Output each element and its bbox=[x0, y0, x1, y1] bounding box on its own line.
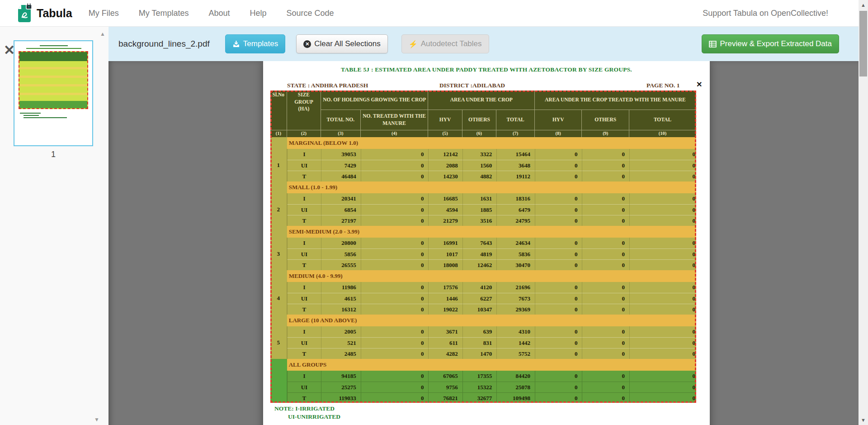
scrollbar-thumb[interactable] bbox=[859, 11, 867, 76]
remove-circle-icon: ✕ bbox=[303, 40, 311, 48]
nav-item-my-templates[interactable]: My Templates bbox=[139, 9, 189, 18]
pdf-table-title: TABLE 5J : ESTIMATED AREA UNDER PADDY TR… bbox=[263, 66, 710, 73]
navbar: Tabula My Files My Templates About Help … bbox=[0, 0, 868, 27]
state-label: STATE : ANDHRA PRADESH bbox=[287, 82, 368, 89]
sidebar-scroll-up-icon[interactable]: ▲ bbox=[100, 31, 105, 37]
thumbnail-note-line2 bbox=[24, 115, 39, 116]
tabula-logo[interactable]: Tabula bbox=[16, 4, 72, 23]
nav-item-help[interactable]: Help bbox=[250, 9, 266, 18]
thumbnail-table-preview bbox=[19, 51, 88, 109]
toolbar: background_lines_2.pdf Templates ✕ Clear… bbox=[108, 27, 859, 61]
thumbnail-note-line3 bbox=[24, 117, 67, 118]
autodetect-label: Autodetect Tables bbox=[421, 39, 482, 48]
nav-item-source-code[interactable]: Source Code bbox=[287, 9, 334, 18]
pdf-page[interactable]: TABLE 5J : ESTIMATED AREA UNDER PADDY TR… bbox=[263, 61, 710, 425]
district-label: DISTRICT :ADILABAD bbox=[439, 82, 505, 89]
support-link[interactable]: Support Tabula on OpenCollective! bbox=[703, 9, 828, 18]
pdf-viewer-area[interactable]: TABLE 5J : ESTIMATED AREA UNDER PADDY TR… bbox=[108, 61, 859, 425]
autodetect-tables-button[interactable]: ⚡ Autodetect Tables bbox=[401, 34, 489, 53]
table-selection-box[interactable] bbox=[270, 91, 696, 403]
save-template-icon bbox=[232, 40, 240, 48]
thumbnail-table-header bbox=[19, 52, 87, 61]
table-list-icon bbox=[709, 40, 717, 48]
thumbnail-table-footer bbox=[19, 101, 87, 108]
preview-export-button[interactable]: Preview & Export Extracted Data bbox=[702, 34, 839, 53]
scrollbar-down-icon[interactable]: ▼ bbox=[859, 417, 868, 423]
flash-icon: ⚡ bbox=[409, 40, 418, 48]
note-line-2: UI-UNIRRIGATED bbox=[288, 413, 340, 420]
brand-name[interactable]: Tabula bbox=[37, 7, 72, 20]
clear-all-selections-button[interactable]: ✕ Clear All Selections bbox=[296, 34, 387, 53]
thumbnail-note-line1 bbox=[20, 113, 41, 114]
page-no-label: PAGE NO. 1 bbox=[646, 82, 680, 89]
nav-item-my-files[interactable]: My Files bbox=[89, 9, 119, 18]
pdf-filename: background_lines_2.pdf bbox=[118, 39, 210, 49]
thumbnail-page-number: 1 bbox=[14, 150, 93, 159]
export-label: Preview & Export Extracted Data bbox=[720, 39, 832, 48]
clear-label: Clear All Selections bbox=[314, 39, 380, 48]
thumbnail-subtitle-line bbox=[26, 48, 81, 49]
nav-links: My Files My Templates About Help Source … bbox=[89, 9, 334, 18]
note-line-1: NOTE: I-IRRIGATED bbox=[274, 405, 335, 412]
templates-button[interactable]: Templates bbox=[225, 34, 285, 53]
sidebar-scroll-down-icon[interactable]: ▼ bbox=[94, 417, 99, 422]
scrollbar-up-icon[interactable]: ▲ bbox=[859, 2, 868, 8]
page-thumbnail-sidebar: ✕ 1 ▲ ▼ bbox=[0, 27, 108, 425]
window-scrollbar[interactable]: ▲ ▼ bbox=[859, 0, 868, 425]
page-thumbnail[interactable] bbox=[14, 40, 93, 146]
pdf-lock-icon bbox=[16, 4, 33, 23]
nav-item-about[interactable]: About bbox=[208, 9, 230, 18]
selection-close-icon[interactable]: ✕ bbox=[696, 80, 702, 89]
templates-label: Templates bbox=[243, 39, 278, 48]
thumbnail-title-line bbox=[40, 45, 68, 46]
